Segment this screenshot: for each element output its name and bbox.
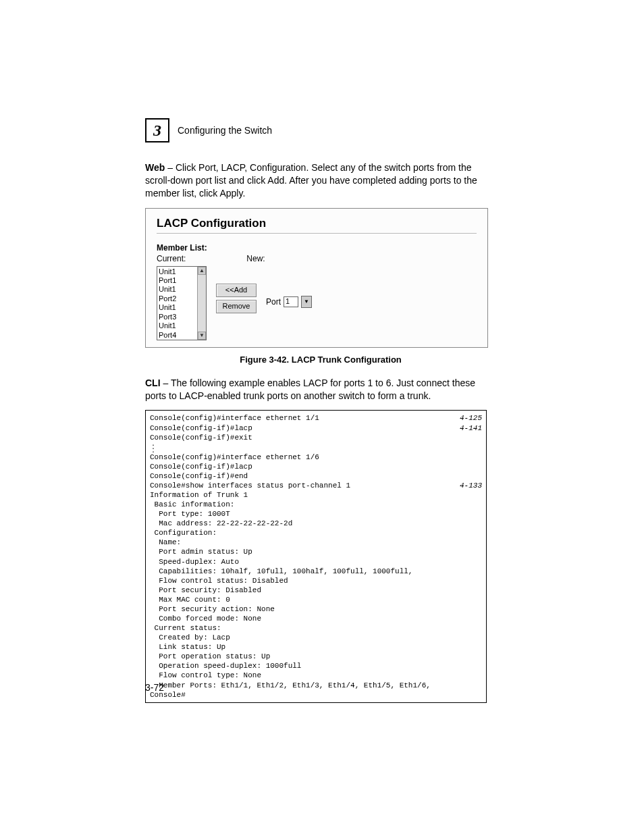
chapter-number-box: 3 (145, 118, 169, 142)
cli-line: Port security action: None (150, 604, 482, 614)
cli-line: Console(config-if)#lacp (150, 462, 482, 471)
cli-line: Console(config-if)#lacp (150, 423, 252, 433)
cli-paragraph: CLI – The following example enables LACP… (145, 377, 496, 402)
new-label: New: (246, 254, 265, 263)
divider (157, 233, 477, 234)
cli-line: Port security: Disabled (150, 585, 482, 595)
web-label: Web (145, 162, 165, 173)
port-input[interactable]: 1 (284, 296, 298, 307)
cli-line: Capabilities: 10half, 10full, 100half, 1… (150, 567, 482, 576)
remove-button[interactable]: Remove (216, 300, 257, 313)
cli-line: Port admin status: Up (150, 547, 482, 556)
panel-title: LACP Configuration (157, 217, 477, 230)
cli-ref: 4-133 (460, 481, 482, 490)
cli-line: Member Ports: Eth1/1, Eth1/2, Eth1/3, Et… (150, 681, 482, 690)
cli-ref: 4-125 (460, 413, 482, 423)
cli-line: Port type: 1000T (150, 509, 482, 519)
cli-line: Created by: Lacp (150, 633, 482, 642)
web-text: – Click Port, LACP, Configuration. Selec… (145, 162, 477, 199)
cli-line: Flow control type: None (150, 671, 482, 680)
lacp-config-screenshot: LACP Configuration Member List: Current:… (145, 208, 488, 348)
scroll-down-icon[interactable]: ▼ (198, 332, 206, 340)
cli-line: Console(config-if)#exit (150, 433, 482, 442)
scroll-up-icon[interactable]: ▲ (198, 267, 206, 275)
figure-caption: Figure 3-42. LACP Trunk Configuration (145, 355, 496, 365)
chapter-header: 3 Configuring the Switch (145, 118, 496, 142)
cli-line: Port operation status: Up (150, 652, 482, 661)
scrollbar[interactable]: ▲ ▼ (197, 267, 206, 340)
cli-line: Operation speed-duplex: 1000full (150, 661, 482, 671)
cli-line: Configuration: (150, 528, 482, 538)
cli-line: Console(config)#interface ethernet 1/1 (150, 413, 319, 423)
cli-line: Console(config-if)#end (150, 471, 482, 481)
list-item[interactable]: Unit1 Port1 (159, 267, 196, 286)
cli-line: Combo forced mode: None (150, 614, 482, 623)
cli-line: Console#show interfaces status port-chan… (150, 481, 350, 490)
member-list-label: Member List: (157, 243, 477, 253)
current-label: Current: (157, 254, 186, 263)
add-button[interactable]: <<Add (216, 284, 257, 297)
list-item[interactable]: Unit1 Port4 (159, 321, 196, 340)
current-listbox[interactable]: Unit1 Port1 Unit1 Port2 Unit1 Port3 Unit… (157, 266, 207, 340)
cli-ref: 4-141 (460, 423, 482, 433)
list-item[interactable]: Unit1 Port3 (159, 303, 196, 321)
cli-vdots: . . . (151, 442, 482, 452)
cli-line: Max MAC count: 0 (150, 595, 482, 604)
cli-line: Current status: (150, 623, 482, 633)
cli-line: Basic information: (150, 500, 482, 509)
chapter-title: Configuring the Switch (178, 125, 272, 136)
cli-line: Flow control status: Disabled (150, 576, 482, 585)
cli-line: Link status: Up (150, 642, 482, 652)
cli-output-box: Console(config)#interface ethernet 1/14-… (145, 410, 487, 702)
cli-label: CLI (145, 377, 161, 388)
cli-line: Information of Trunk 1 (150, 490, 482, 500)
web-paragraph: Web – Click Port, LACP, Configuration. S… (145, 161, 496, 200)
port-dropdown-icon[interactable]: ▼ (301, 296, 312, 308)
port-label: Port (266, 297, 281, 307)
cli-line: Speed-duplex: Auto (150, 557, 482, 567)
cli-text: – The following example enables LACP for… (145, 377, 475, 401)
cli-line: Console# (150, 690, 482, 700)
cli-line: Console(config)#interface ethernet 1/6 (150, 452, 482, 462)
list-item[interactable]: Unit1 Port2 (159, 285, 196, 303)
cli-line: Name: (150, 538, 482, 547)
page-number: 3-72 (145, 682, 164, 693)
cli-line: Mac address: 22-22-22-22-22-2d (150, 519, 482, 528)
